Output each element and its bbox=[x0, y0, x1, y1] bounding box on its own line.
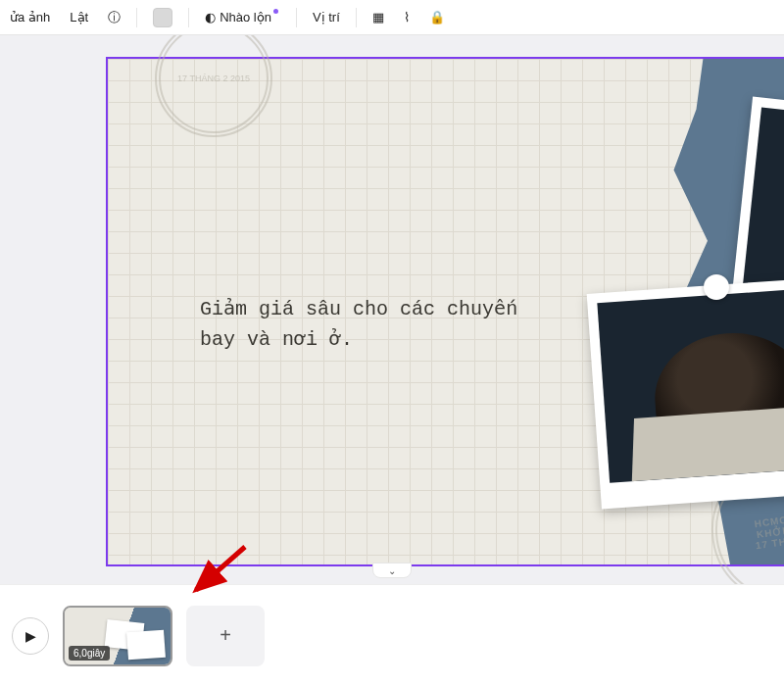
color-swatch-button[interactable] bbox=[147, 4, 178, 31]
toolbar-separator bbox=[296, 8, 297, 27]
toolbar-separator bbox=[356, 8, 357, 27]
transparency-button[interactable]: ▦ bbox=[367, 6, 390, 28]
thumbnail-duration: 6,0giây bbox=[69, 646, 110, 661]
page-frame[interactable]: 17 THÁNG 2 2015 HCMC, VIỆ KHỞI HÀN 17 TH… bbox=[106, 57, 784, 566]
canvas-area[interactable]: 17 THÁNG 2 2015 HCMC, VIỆ KHỞI HÀN 17 TH… bbox=[0, 35, 784, 584]
info-button[interactable]: ⓘ bbox=[102, 5, 126, 30]
lock-icon: 🔒 bbox=[429, 10, 445, 24]
add-page-button[interactable]: + bbox=[186, 606, 265, 666]
info-icon: ⓘ bbox=[108, 9, 121, 26]
top-toolbar: ửa ảnh Lật ⓘ ◐Nhào lộn Vị trí ▦ ⌇ 🔒 bbox=[0, 0, 784, 35]
effects-button[interactable]: ◐Nhào lộn bbox=[199, 6, 286, 28]
edit-image-button[interactable]: ửa ảnh bbox=[4, 6, 56, 28]
effects-label: Nhào lộn bbox=[220, 10, 271, 24]
video-image-2: ▶ bbox=[597, 285, 784, 483]
chevron-down-icon: ⌄ bbox=[388, 565, 396, 576]
polaroid-video-2[interactable]: ▶ bbox=[587, 275, 784, 510]
toolbar-separator bbox=[136, 8, 137, 27]
lock-button[interactable]: 🔒 bbox=[423, 6, 451, 28]
rotate-handle[interactable] bbox=[704, 274, 729, 300]
toolbar-separator bbox=[188, 8, 189, 27]
flip-button[interactable]: Lật bbox=[64, 6, 94, 28]
wand-icon: ⌇ bbox=[404, 10, 410, 24]
position-button[interactable]: Vị trí bbox=[307, 6, 346, 28]
expand-timeline-handle[interactable]: ⌄ bbox=[372, 563, 412, 578]
notification-dot-icon bbox=[273, 9, 278, 14]
play-icon: ▶ bbox=[25, 628, 36, 644]
video-newspaper bbox=[632, 402, 784, 481]
timeline-bar: ▶ ▾ 6,0giây + bbox=[0, 584, 784, 686]
color-swatch-icon bbox=[153, 8, 172, 27]
headline-text[interactable]: Giảm giá sâu cho các chuyến bay và nơi ở… bbox=[200, 294, 533, 355]
stamp1-text: 17 THÁNG 2 2015 bbox=[177, 74, 250, 83]
checker-icon: ▦ bbox=[372, 10, 384, 24]
edit-image-label: ửa ảnh bbox=[10, 10, 50, 24]
plus-icon: + bbox=[220, 624, 231, 647]
page-thumbnail-1[interactable]: ▾ 6,0giây bbox=[63, 606, 172, 666]
play-button[interactable]: ▶ bbox=[12, 617, 49, 655]
wand-button[interactable]: ⌇ bbox=[398, 6, 416, 28]
photo-image-1 bbox=[743, 108, 784, 309]
position-label: Vị trí bbox=[313, 10, 340, 24]
flip-label: Lật bbox=[70, 10, 88, 24]
spin-icon: ◐ bbox=[205, 10, 216, 24]
